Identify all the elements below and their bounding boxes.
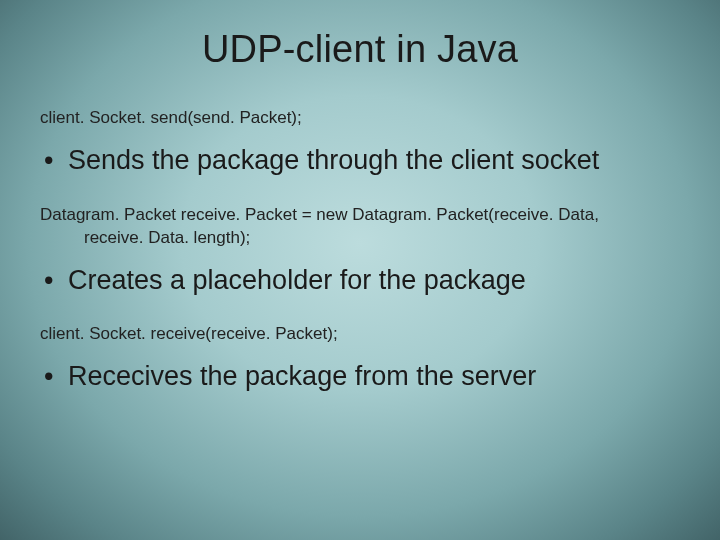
bullet-item: Creates a placeholder for the package: [40, 264, 680, 298]
bullet-list-2: Creates a placeholder for the package: [40, 264, 680, 298]
section-3: client. Socket. receive(receive. Packet)…: [40, 323, 680, 394]
code-line-3: client. Socket. receive(receive. Packet)…: [40, 323, 680, 346]
code-text: Datagram. Packet receive. Packet = new D…: [40, 205, 599, 224]
bullet-item: Rececives the package from the server: [40, 360, 680, 394]
slide: UDP-client in Java client. Socket. send(…: [0, 0, 720, 540]
bullet-list-1: Sends the package through the client soc…: [40, 144, 680, 178]
section-2: Datagram. Packet receive. Packet = new D…: [40, 204, 680, 298]
code-indent-text: receive. Data. length);: [40, 227, 680, 250]
code-line-1: client. Socket. send(send. Packet);: [40, 107, 680, 130]
bullet-list-3: Rececives the package from the server: [40, 360, 680, 394]
code-line-2: Datagram. Packet receive. Packet = new D…: [40, 204, 680, 250]
bullet-item: Sends the package through the client soc…: [40, 144, 680, 178]
slide-title: UDP-client in Java: [40, 28, 680, 71]
section-1: client. Socket. send(send. Packet); Send…: [40, 107, 680, 178]
